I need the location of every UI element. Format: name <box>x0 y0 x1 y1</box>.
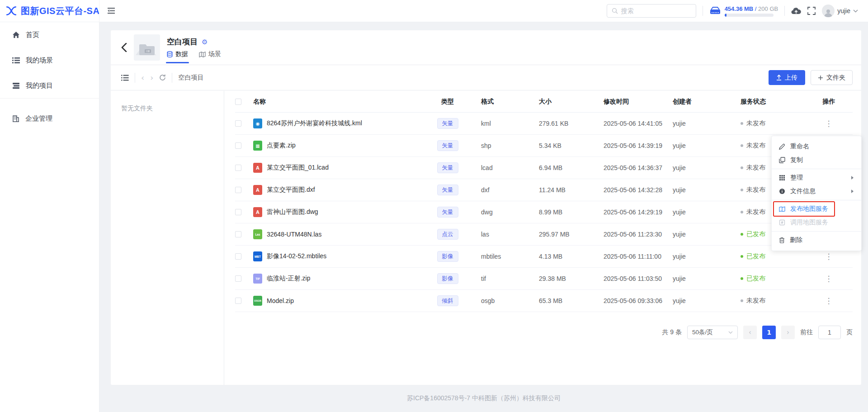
breadcrumb[interactable]: 空白项目 <box>178 74 203 82</box>
back-icon[interactable] <box>121 43 127 52</box>
creator: yujie <box>665 231 733 238</box>
creator: yujie <box>665 208 733 216</box>
select-all-checkbox[interactable] <box>235 99 241 105</box>
sidebar-item-enterprise[interactable]: 企业管理 <box>0 106 99 131</box>
row-checkbox[interactable] <box>235 275 241 282</box>
divider <box>784 6 785 16</box>
menu-divider <box>772 169 861 169</box>
modified-time: 2025-05-06 14:41:05 <box>596 120 665 127</box>
nav-back-icon[interactable]: ‹ <box>141 74 144 82</box>
more-actions-icon[interactable]: ⋮ <box>825 274 833 283</box>
table-row[interactable]: A某立交平面图_01.lcad矢量lcad6.94 MB2025-05-06 1… <box>235 157 853 179</box>
creator: yujie <box>665 186 733 194</box>
page-size-select[interactable]: 50条/页 <box>687 326 738 339</box>
table-row[interactable]: OSGBModel.zip倾斜osgb65.3 MB2025-05-06 09:… <box>235 290 853 312</box>
row-checkbox[interactable] <box>235 165 241 171</box>
prev-page-button[interactable]: ‹ <box>743 326 757 339</box>
page-1-button[interactable]: 1 <box>762 326 776 339</box>
sidebar-item-my-projects[interactable]: 我的项目 <box>0 73 99 98</box>
logo-text: 图新GIS云平台-SAAS <box>21 5 99 17</box>
tab-scene[interactable]: 场景 <box>199 50 221 58</box>
gear-icon[interactable]: ⚙ <box>202 38 208 46</box>
type-badge: 影像 <box>437 273 458 284</box>
column-header-modified: 修改时间 <box>596 98 665 106</box>
sidebar-item-my-scenes[interactable]: 我的场景 <box>0 47 99 73</box>
dxf-file-icon: A <box>253 185 262 195</box>
new-folder-button[interactable]: 文件夹 <box>811 70 853 85</box>
user-menu[interactable]: yujie <box>822 5 858 17</box>
menu-item-publish-map-service[interactable]: 发布地图服务 <box>772 202 861 216</box>
row-checkbox[interactable] <box>235 142 241 149</box>
menu-item-rename[interactable]: 重命名 <box>772 140 861 153</box>
row-checkbox[interactable] <box>235 120 241 127</box>
service-status: 已发布 <box>733 275 806 283</box>
file-name[interactable]: 点要素.zip <box>267 142 296 150</box>
more-actions-icon[interactable]: ⋮ <box>825 296 833 305</box>
creator: yujie <box>665 297 733 304</box>
upload-button[interactable]: 上传 <box>769 70 805 85</box>
row-checkbox[interactable] <box>235 298 241 304</box>
search-icon <box>612 8 618 14</box>
lcad-file-icon: A <box>253 163 262 173</box>
upload-icon <box>776 75 782 81</box>
file-name[interactable]: 8264苏州户外谢宴岭科技城线.kml <box>267 119 362 128</box>
service-status: 未发布 <box>733 297 806 305</box>
search-input[interactable] <box>621 7 684 14</box>
file-name[interactable]: 临淮站-正射.zip <box>267 275 310 283</box>
row-checkbox[interactable] <box>235 187 241 193</box>
file-format: mbtiles <box>474 253 532 260</box>
collapse-sidebar-icon[interactable] <box>107 7 115 14</box>
search-box[interactable] <box>607 4 696 18</box>
file-name[interactable]: Model.zip <box>267 297 294 304</box>
fullscreen-icon[interactable] <box>807 7 816 15</box>
menu-item-file-info[interactable]: 文件信息 <box>772 185 861 198</box>
type-badge: 点云 <box>437 229 458 240</box>
row-checkbox[interactable] <box>235 209 241 215</box>
modified-time: 2025-05-06 14:36:37 <box>596 164 665 171</box>
file-name[interactable]: 某立交平面图.dxf <box>267 186 315 194</box>
table-row[interactable]: MBT影像14-02-52.mbtiles影像mbtiles4.13 MB202… <box>235 246 853 268</box>
storage-usage[interactable]: 454.36 MB / 200 GB <box>709 5 778 17</box>
map-book-icon <box>779 206 785 212</box>
creator: yujie <box>665 275 733 282</box>
table-row[interactable]: ▦点要素.zip矢量shp5.34 KB2025-05-06 14:39:19y… <box>235 135 853 157</box>
column-header-name: 名称 <box>253 98 421 106</box>
file-format: lcad <box>474 164 532 171</box>
row-checkbox[interactable] <box>235 253 241 260</box>
table-row[interactable]: A某立交平面图.dxf矢量dxf11.24 MB2025-05-06 14:32… <box>235 179 853 201</box>
menu-item-copy[interactable]: 复制 <box>772 153 861 167</box>
file-name[interactable]: 雷神山平面图.dwg <box>267 208 318 216</box>
modified-time: 2025-05-06 11:11:00 <box>596 253 665 260</box>
more-actions-icon[interactable]: ⋮ <box>825 119 833 128</box>
main-content: 空白项目 ⚙ 数据 场景 <box>99 22 868 412</box>
more-actions-icon[interactable]: ⋮ <box>825 252 833 261</box>
file-size: 65.3 MB <box>532 297 596 304</box>
table-row[interactable]: TIF临淮站-正射.zip影像tif29.38 MB2025-05-06 11:… <box>235 268 853 290</box>
service-status: 已发布 <box>733 252 806 260</box>
sidebar-item-home[interactable]: 首页 <box>0 22 99 47</box>
file-size: 5.34 KB <box>532 142 596 149</box>
table-row[interactable]: Las32648-UTM48N.las点云las295.97 MB2025-05… <box>235 223 853 246</box>
nav-forward-icon[interactable]: › <box>150 74 153 82</box>
folder-tree-toggle-icon[interactable] <box>121 75 129 81</box>
goto-label: 前往 <box>800 328 813 336</box>
file-name[interactable]: 32648-UTM48N.las <box>267 231 321 238</box>
service-status: 未发布 <box>733 119 806 128</box>
next-page-button[interactable]: › <box>781 326 795 339</box>
table-row[interactable]: ◉8264苏州户外谢宴岭科技城线.kml矢量kml279.61 KB2025-0… <box>235 113 853 135</box>
tab-data[interactable]: 数据 <box>167 50 188 58</box>
file-format: dwg <box>474 208 532 216</box>
menu-item-delete[interactable]: 删除 <box>772 233 861 247</box>
file-name[interactable]: 影像14-02-52.mbtiles <box>267 252 326 260</box>
file-name[interactable]: 某立交平面图_01.lcad <box>267 164 329 172</box>
user-name: yujie <box>837 7 850 14</box>
modified-time: 2025-05-06 14:39:19 <box>596 142 665 149</box>
pencil-icon <box>779 143 785 150</box>
menu-item-organize[interactable]: 整理 <box>772 171 861 185</box>
table-row[interactable]: A雷神山平面图.dwg矢量dwg8.99 MB2025-05-06 14:29:… <box>235 201 853 223</box>
refresh-icon[interactable] <box>159 74 166 81</box>
cloud-upload-icon[interactable] <box>791 7 801 15</box>
row-checkbox[interactable] <box>235 231 241 237</box>
column-header-type: 类型 <box>421 98 474 106</box>
goto-page-input[interactable] <box>818 326 841 339</box>
